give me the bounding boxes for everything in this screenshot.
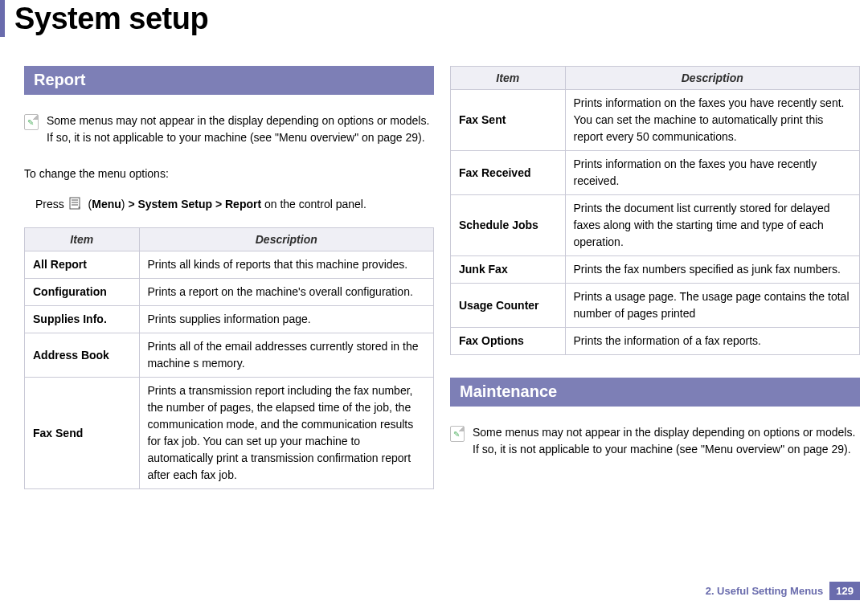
table-row: Fax SentPrints information on the faxes … — [451, 90, 860, 151]
row-desc: Prints the fax numbers specified as junk… — [565, 256, 859, 284]
row-item: Usage Counter — [451, 284, 566, 328]
row-item: Fax Send — [25, 378, 140, 489]
page-title-bar: System setup — [0, 0, 868, 42]
table-row: All ReportPrints all kinds of reports th… — [25, 251, 434, 279]
row-item: Fax Sent — [451, 90, 566, 151]
table-row: Supplies Info.Prints supplies informatio… — [25, 306, 434, 333]
col-header-item: Item — [451, 67, 566, 90]
press-menu-label: Menu — [92, 198, 121, 210]
press-path: > System Setup > Report — [128, 198, 261, 210]
report-note-text: Some menus may not appear in the display… — [47, 112, 434, 146]
footer-page-number: 129 — [829, 582, 860, 600]
row-item: Schedule Jobs — [451, 195, 566, 256]
table-row: Address BookPrints all of the email addr… — [25, 333, 434, 378]
row-item: Configuration — [25, 279, 140, 306]
menu-panel-icon: * — [69, 197, 84, 211]
table-row: Fax SendPrints a transmission report inc… — [25, 378, 434, 489]
table-row: Junk FaxPrints the fax numbers specified… — [451, 256, 860, 284]
col-header-desc: Description — [139, 228, 433, 251]
row-desc: Prints a usage page. The usage page cont… — [565, 284, 859, 328]
row-desc: Prints a report on the machine's overall… — [139, 279, 433, 306]
report-note: Some menus may not appear in the display… — [24, 112, 434, 146]
row-item: Address Book — [25, 333, 140, 378]
maintenance-note-text: Some menus may not appear in the display… — [473, 424, 860, 458]
table-row: Schedule JobsPrints the document list cu… — [451, 195, 860, 256]
press-prefix: Press — [35, 198, 64, 210]
table-row: Fax ReceivedPrints information on the fa… — [451, 151, 860, 195]
section-heading-maintenance: Maintenance — [450, 378, 860, 407]
table-row: Usage CounterPrints a usage page. The us… — [451, 284, 860, 328]
row-desc: Prints all of the email addresses curren… — [139, 333, 433, 378]
row-item: Fax Received — [451, 151, 566, 195]
row-item: All Report — [25, 251, 140, 279]
maintenance-note: Some menus may not appear in the display… — [450, 424, 860, 458]
row-desc: Prints a transmission report including t… — [139, 378, 433, 489]
footer-chapter: 2. Useful Setting Menus — [706, 585, 824, 597]
left-column: Report Some menus may not appear in the … — [24, 66, 434, 489]
page-title: System setup — [14, 2, 208, 36]
row-desc: Prints the information of a fax reports. — [565, 328, 859, 355]
title-accent — [0, 0, 5, 37]
report-table-continued: Item Description Fax SentPrints informat… — [450, 66, 860, 355]
table-row: ConfigurationPrints a report on the mach… — [25, 279, 434, 306]
page-footer: 2. Useful Setting Menus 129 — [706, 582, 860, 600]
content-columns: Report Some menus may not appear in the … — [0, 42, 868, 489]
row-item: Fax Options — [451, 328, 566, 355]
section-heading-report: Report — [24, 66, 434, 95]
row-desc: Prints all kinds of reports that this ma… — [139, 251, 433, 279]
svg-text:*: * — [78, 205, 80, 211]
right-column: Item Description Fax SentPrints informat… — [450, 66, 860, 489]
row-desc: Prints information on the faxes you have… — [565, 151, 859, 195]
row-desc: Prints the document list currently store… — [565, 195, 859, 256]
note-icon — [450, 426, 465, 442]
note-icon — [24, 114, 39, 130]
row-desc: Prints information on the faxes you have… — [565, 90, 859, 151]
report-table: Item Description All ReportPrints all ki… — [24, 227, 434, 489]
col-header-item: Item — [25, 228, 140, 251]
press-suffix: on the control panel. — [261, 198, 366, 210]
press-instruction: Press * (Menu) > System Setup > Report o… — [24, 195, 434, 213]
row-item: Junk Fax — [451, 256, 566, 284]
row-item: Supplies Info. — [25, 306, 140, 333]
row-desc: Prints supplies information page. — [139, 306, 433, 333]
table-row: Fax OptionsPrints the information of a f… — [451, 328, 860, 355]
col-header-desc: Description — [565, 67, 859, 90]
report-intro: To change the menu options: — [24, 166, 434, 182]
